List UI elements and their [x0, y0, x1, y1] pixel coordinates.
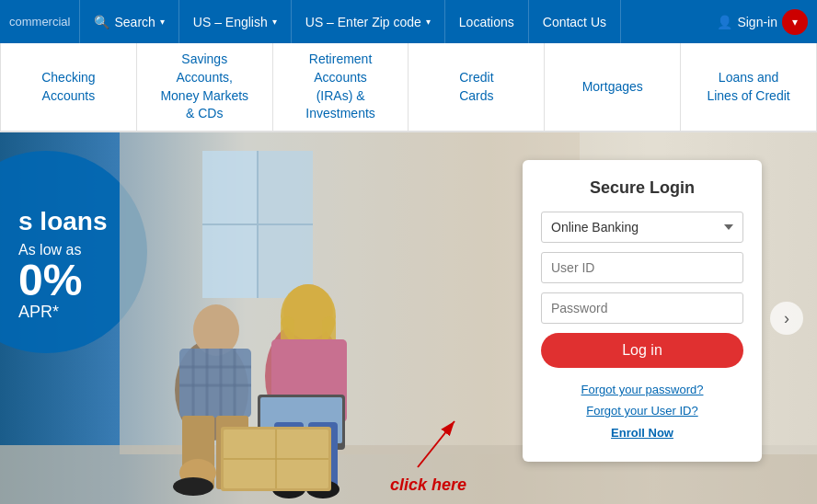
click-annotation: click here: [390, 430, 466, 495]
checking-accounts-label: CheckingAccounts: [41, 69, 95, 105]
zipcode-nav-item[interactable]: US – Enter Zip code ▾: [292, 0, 445, 43]
chevron-right-icon: ›: [784, 309, 789, 328]
signin-label: Sign-in: [737, 15, 777, 29]
chevron-down-icon: ▾: [792, 16, 798, 29]
signin-area: 👤 Sign-in ▾: [717, 9, 808, 35]
savings-accounts-nav[interactable]: Savings Accounts,Money Markets & CDs: [137, 43, 273, 131]
search-label: Search: [114, 15, 155, 29]
search-nav-item[interactable]: 🔍 Search ▾: [79, 0, 178, 43]
next-arrow-button[interactable]: ›: [770, 302, 803, 335]
password-input[interactable]: [541, 292, 743, 324]
signin-dropdown-button[interactable]: ▾: [782, 9, 808, 35]
savings-accounts-label: Savings Accounts,Money Markets & CDs: [155, 51, 254, 122]
language-chevron-icon: ▾: [272, 17, 277, 27]
user-id-input[interactable]: [541, 252, 743, 283]
zipcode-chevron-icon: ▾: [426, 17, 431, 27]
loans-label: Loans andLines of Credit: [707, 69, 789, 105]
login-button[interactable]: Log in: [541, 333, 743, 368]
contact-label: Contact Us: [543, 15, 606, 29]
credit-cards-nav[interactable]: CreditCards: [408, 43, 545, 131]
mortgages-label: Mortgages: [582, 78, 643, 97]
login-title: Secure Login: [541, 178, 743, 198]
hero-section: s loans As low as 0% APR*: [0, 132, 817, 504]
zipcode-label: US – Enter Zip code: [305, 15, 421, 29]
secondary-navigation: CheckingAccounts Savings Accounts,Money …: [0, 43, 817, 132]
retirement-accounts-nav[interactable]: Retirement Accounts(IRAs) & Investments: [273, 43, 409, 131]
signin-button[interactable]: 👤 Sign-in: [717, 15, 777, 29]
locations-label: Locations: [459, 15, 514, 29]
top-navigation: commercial 🔍 Search ▾ US – English ▾ US …: [0, 0, 817, 43]
language-label: US – English: [193, 15, 268, 29]
banking-type-select[interactable]: Online Banking Business Banking Investme…: [541, 212, 743, 243]
language-nav-item[interactable]: US – English ▾: [179, 0, 292, 43]
retirement-accounts-label: Retirement Accounts(IRAs) & Investments: [292, 51, 390, 122]
loans-nav[interactable]: Loans andLines of Credit: [681, 43, 817, 131]
hero-apr: APR*: [18, 303, 107, 322]
hero-rate: 0%: [18, 258, 107, 303]
click-here-label: click here: [390, 475, 466, 495]
annotation-arrow: [362, 417, 473, 472]
hero-headline: s loans: [18, 206, 107, 237]
hero-text-block: s loans As low as 0% APR*: [18, 206, 107, 322]
forgot-userid-link[interactable]: Forgot your User ID?: [541, 400, 743, 421]
svg-rect-9: [179, 349, 251, 418]
locations-nav-item[interactable]: Locations: [445, 0, 529, 43]
svg-line-39: [418, 421, 455, 467]
enroll-link[interactable]: Enroll Now: [541, 422, 743, 443]
contact-nav-item[interactable]: Contact Us: [529, 0, 621, 43]
user-icon: 👤: [717, 15, 732, 29]
mortgages-nav[interactable]: Mortgages: [545, 43, 681, 131]
credit-cards-label: CreditCards: [459, 69, 493, 105]
forgot-password-link[interactable]: Forgot your password?: [541, 379, 743, 400]
svg-point-8: [193, 304, 239, 356]
checking-accounts-nav[interactable]: CheckingAccounts: [0, 43, 137, 131]
search-chevron-icon: ▾: [160, 17, 165, 27]
brand-label: commercial: [9, 15, 70, 29]
search-icon: 🔍: [94, 15, 109, 29]
login-box: Secure Login Online Banking Business Ban…: [523, 160, 762, 462]
svg-point-19: [173, 477, 213, 496]
login-links: Forgot your password? Forgot your User I…: [541, 379, 743, 443]
top-nav-items: 🔍 Search ▾ US – English ▾ US – Enter Zip…: [79, 0, 717, 43]
